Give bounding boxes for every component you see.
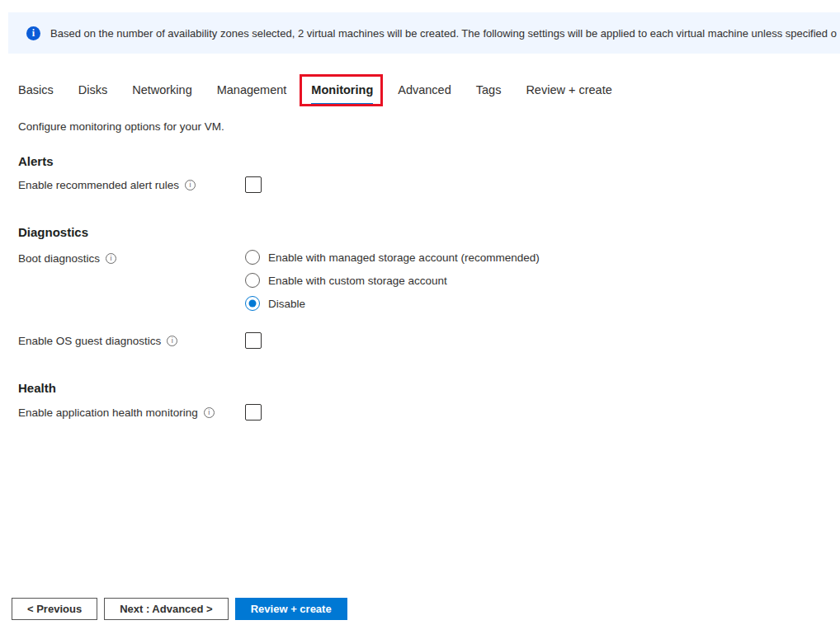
review-create-button[interactable]: Review + create: [235, 598, 347, 620]
footer-button-bar: < Previous Next : Advanced > Review + cr…: [12, 598, 347, 620]
radio-button[interactable]: [245, 273, 260, 288]
tab-tags[interactable]: Tags: [476, 80, 502, 105]
next-advanced-button[interactable]: Next : Advanced >: [104, 598, 229, 620]
radio-option-custom-storage[interactable]: Enable with custom storage account: [245, 273, 540, 288]
boot-diagnostics-row: Boot diagnostics Enable with managed sto…: [18, 250, 540, 311]
recommended-alert-rules-label: Enable recommended alert rules: [18, 179, 179, 191]
boot-diagnostics-radio-group: Enable with managed storage account (rec…: [245, 250, 540, 311]
recommended-alert-rules-row: Enable recommended alert rules: [18, 176, 262, 193]
os-guest-diagnostics-row: Enable OS guest diagnostics: [18, 332, 262, 349]
diagnostics-section-title: Diagnostics: [18, 225, 88, 239]
tab-networking[interactable]: Networking: [132, 80, 192, 105]
boot-diagnostics-label: Boot diagnostics: [18, 252, 100, 265]
radio-button[interactable]: [245, 250, 260, 265]
tab-review-create[interactable]: Review + create: [526, 80, 611, 105]
info-icon[interactable]: [167, 336, 177, 346]
intro-text: Configure monitoring options for your VM…: [18, 120, 224, 133]
info-icon: [26, 26, 40, 40]
alerts-section-title: Alerts: [18, 154, 54, 168]
tab-disks[interactable]: Disks: [78, 80, 107, 105]
health-section-title: Health: [18, 381, 56, 395]
radio-label: Disable: [268, 298, 305, 310]
radio-label: Enable with custom storage account: [268, 275, 447, 287]
radio-option-disable[interactable]: Disable: [245, 296, 540, 311]
enable-os-guest-diagnostics-checkbox[interactable]: [245, 332, 262, 349]
previous-button[interactable]: < Previous: [12, 598, 97, 620]
info-banner: Based on the number of availability zone…: [8, 12, 840, 54]
tab-advanced[interactable]: Advanced: [398, 80, 451, 105]
info-banner-text: Based on the number of availability zone…: [50, 27, 837, 40]
radio-option-managed-storage[interactable]: Enable with managed storage account (rec…: [245, 250, 540, 265]
enable-recommended-alert-rules-checkbox[interactable]: [245, 176, 262, 193]
radio-button-selected[interactable]: [245, 296, 260, 311]
radio-label: Enable with managed storage account (rec…: [268, 251, 540, 264]
enable-application-health-monitoring-checkbox[interactable]: [245, 404, 262, 421]
tab-basics[interactable]: Basics: [18, 80, 54, 105]
tab-management[interactable]: Management: [217, 80, 287, 105]
application-health-label: Enable application health monitoring: [18, 406, 198, 419]
tab-bar: Basics Disks Networking Management Monit…: [18, 80, 612, 105]
tab-monitoring[interactable]: Monitoring: [311, 80, 373, 105]
os-guest-diagnostics-label: Enable OS guest diagnostics: [18, 335, 161, 347]
info-icon[interactable]: [185, 180, 196, 190]
info-icon[interactable]: [106, 253, 116, 264]
info-icon[interactable]: [204, 407, 215, 418]
application-health-row: Enable application health monitoring: [18, 404, 262, 421]
